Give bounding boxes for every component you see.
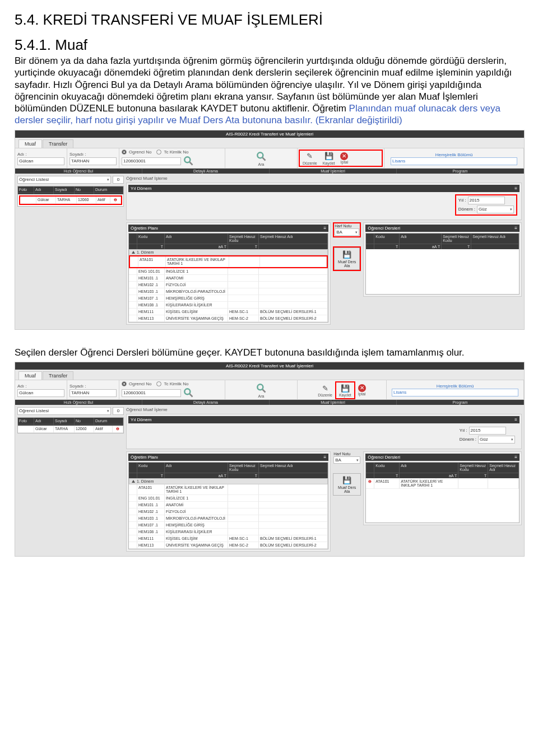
- dropdown-icon: ▾: [107, 178, 109, 182]
- harf-notu-label: Harf Notu: [335, 224, 359, 228]
- tab-transfer[interactable]: Transfer: [43, 371, 73, 380]
- label-adi: Adı :: [17, 152, 64, 157]
- strip-d: Program: [397, 169, 524, 174]
- svg-line-7: [263, 389, 266, 392]
- kaydet-button[interactable]: 💾Kaydet: [320, 151, 338, 166]
- yil-donem-title: Yıl Dönem: [131, 186, 151, 191]
- input-soyadi[interactable]: TARHAN: [69, 389, 117, 397]
- bolum-label: Hemşirelik Bölümü: [435, 152, 473, 157]
- collapse-icon[interactable]: ≡: [324, 455, 327, 460]
- tab-muaf[interactable]: Muaf: [18, 371, 42, 380]
- table-row[interactable]: HEM102 .1FİZYOLOJİ: [129, 282, 328, 288]
- table-row[interactable]: HEM103 .1MİKROBİYOLOJİ-PARAZİTOLOJİ: [129, 288, 328, 295]
- svg-point-0: [184, 157, 190, 162]
- yil-input[interactable]: 2015: [468, 197, 505, 204]
- ara-button[interactable]: Ara: [253, 150, 270, 167]
- strip-b: Detaylı Arama: [142, 169, 270, 174]
- donem-1-header[interactable]: 1. Dönem: [129, 249, 328, 255]
- table-row[interactable]: HEM103 .1MİKROBİYOLOJİ-PARAZİTOLOJİ: [129, 515, 328, 522]
- table-row[interactable]: HEM111KİŞİSEL GELİŞİMHEM-SC-1BÖLÜM SEÇME…: [129, 535, 328, 542]
- table-row[interactable]: HEM101 .1ANATOMİ: [129, 275, 328, 282]
- donem-select[interactable]: Güz▾: [477, 206, 514, 213]
- triangle-icon: [132, 251, 135, 254]
- remove-icon[interactable]: ⊖: [110, 197, 121, 204]
- table-row[interactable]: Gülcar TARHA 12060 Aktif ⊖: [20, 197, 121, 204]
- search-icon[interactable]: [183, 387, 194, 399]
- edit-icon: ✎: [305, 151, 315, 161]
- strip-c: Muaf İşlemleri: [270, 169, 397, 174]
- donem-1-header[interactable]: 1. Dönem: [129, 478, 328, 484]
- input-adi[interactable]: Gülcan: [17, 389, 64, 397]
- table-row[interactable]: HEM111KİŞİSEL GELİŞİMHEM-SC-1BÖLÜM SEÇME…: [129, 309, 328, 315]
- input-adi[interactable]: Gülcan: [17, 157, 64, 165]
- search-large-icon: [256, 151, 267, 162]
- ara-label: Ara: [258, 162, 265, 166]
- collapse-icon[interactable]: ≡: [514, 455, 517, 460]
- prog-select[interactable]: Lisans: [392, 389, 518, 396]
- table-row[interactable]: Gülcar TARHA 12060 Aktif ⊖: [18, 426, 123, 433]
- input-no[interactable]: 120603001: [122, 157, 181, 165]
- tab-muaf[interactable]: Muaf: [18, 139, 42, 148]
- svg-point-2: [257, 152, 263, 158]
- collapse-icon[interactable]: ≡: [514, 186, 517, 191]
- disk-icon: 💾: [342, 250, 352, 260]
- remove-icon[interactable]: ⊖: [366, 478, 374, 489]
- search-icon[interactable]: [183, 155, 194, 167]
- table-row[interactable]: HEM101 .1ANATOMİ: [129, 502, 328, 508]
- app-screenshot-1: AIS-R0022 Kredi Transferi ve Muaf İşleml…: [15, 130, 525, 330]
- table-row[interactable]: ⊖ ATA101 ATATÜRK İLKELERİ VE İNKILAP TAR…: [366, 478, 519, 489]
- count-box: 0: [113, 176, 124, 184]
- collapse-icon[interactable]: ≡: [514, 417, 517, 422]
- heading-1: 5.4. KREDİ TRANSFERİ VE MUAF İŞLEMLERİ: [15, 11, 523, 29]
- remove-icon[interactable]: ⊖: [113, 426, 123, 433]
- ogrenci-listesi-select[interactable]: Öğrenci Listesi▾: [17, 407, 111, 415]
- table-row[interactable]: ENG 101.01İNGİLİZCE 1: [129, 495, 328, 502]
- table-row[interactable]: HEM113ÜNİVERSİTE YAŞAMINA GEÇİŞHEM-SC-2B…: [129, 315, 328, 322]
- iptal-button[interactable]: ✕İptal: [355, 381, 369, 399]
- table-row[interactable]: HEM107 .1HEMŞİRELİĞE GİRİŞ: [129, 522, 328, 529]
- duzenle-button[interactable]: ✎Düzenle: [300, 151, 320, 166]
- table-row[interactable]: HEM107 .1HEMŞİRELİĞE GİRİŞ: [129, 295, 328, 302]
- table-row[interactable]: HEM108 .1KİŞİLERARASI İLİŞKİLER: [129, 302, 328, 309]
- table-row[interactable]: ATA101ATATÜRK İLKELERİ VE İNKILAP TARİHİ…: [130, 256, 327, 267]
- iptal-button[interactable]: ✕İptal: [337, 151, 351, 166]
- radio-tc[interactable]: [156, 381, 161, 386]
- table-row[interactable]: HEM113ÜNİVERSİTE YAŞAMINA GEÇİŞHEM-SC-2B…: [129, 542, 328, 549]
- ogretim-plani-panel: Öğretim Planı≡ Kodu Adı Seçmeli Havuz Ko…: [126, 222, 331, 325]
- input-no[interactable]: 120603001: [122, 389, 181, 397]
- tabs: Muaf Transfer: [15, 138, 524, 148]
- input-soyadi[interactable]: TARHAN: [69, 157, 117, 165]
- table-row[interactable]: ENG 101.01İNGİLİZCE 1: [129, 268, 328, 275]
- muaf-ders-ata-button[interactable]: 💾 Muaf Ders Ata: [333, 473, 361, 496]
- radio-ogrno[interactable]: [122, 381, 127, 386]
- svg-line-5: [190, 394, 193, 396]
- kaydet-button[interactable]: 💾Kaydet: [336, 382, 354, 398]
- yil-donem-panel: Yıl Dönem≡ Yıl : 2015 Dönem : Güz▾: [126, 183, 522, 220]
- donem-label: Dönem :: [458, 207, 475, 212]
- ogrenci-table: Foto Adı Soyadı No Durum Gülcar TARHA 12…: [17, 186, 124, 207]
- tab-transfer[interactable]: Transfer: [43, 139, 73, 148]
- collapse-icon[interactable]: ≡: [514, 226, 517, 231]
- muaf-isleme-label: Öğrenci Muaf İşleme: [126, 176, 522, 181]
- app-title: AIS-R0022 Kredi Transferi ve Muaf İşleml…: [15, 130, 524, 138]
- yil-input[interactable]: 2015: [469, 427, 506, 435]
- ara-button[interactable]: Ara: [253, 382, 270, 399]
- harf-notu-select[interactable]: BA▾: [333, 456, 360, 464]
- prog-select[interactable]: Lisans: [391, 157, 517, 165]
- table-row[interactable]: HEM108 .1KİŞİLERARASI İLİŞKİLER: [129, 529, 328, 535]
- table-row[interactable]: HEM102 .1FİZYOLOJİ: [129, 508, 328, 515]
- duzenle-button[interactable]: ✎Düzenle: [315, 381, 335, 399]
- svg-line-3: [263, 158, 266, 161]
- muaf-ders-ata-button[interactable]: 💾 Muaf Ders Ata: [334, 248, 360, 270]
- radio-ogrno[interactable]: [122, 150, 127, 155]
- radio-tc[interactable]: [156, 150, 161, 155]
- donem-select[interactable]: Güz▾: [478, 436, 515, 444]
- yil-label: Yıl :: [458, 198, 466, 203]
- ogrenci-listesi-select[interactable]: Öğrenci Listesi▾: [17, 176, 111, 184]
- strip-a: Hızlı Öğrenci Bul: [15, 169, 142, 174]
- harf-notu-select[interactable]: BA▾: [335, 228, 359, 236]
- disk-icon: 💾: [342, 475, 352, 486]
- edit-icon: ✎: [320, 383, 330, 393]
- collapse-icon[interactable]: ≡: [324, 226, 327, 231]
- table-row[interactable]: ATA101ATATÜRK İLKELERİ VE İNKILAP TARİHİ…: [129, 484, 328, 495]
